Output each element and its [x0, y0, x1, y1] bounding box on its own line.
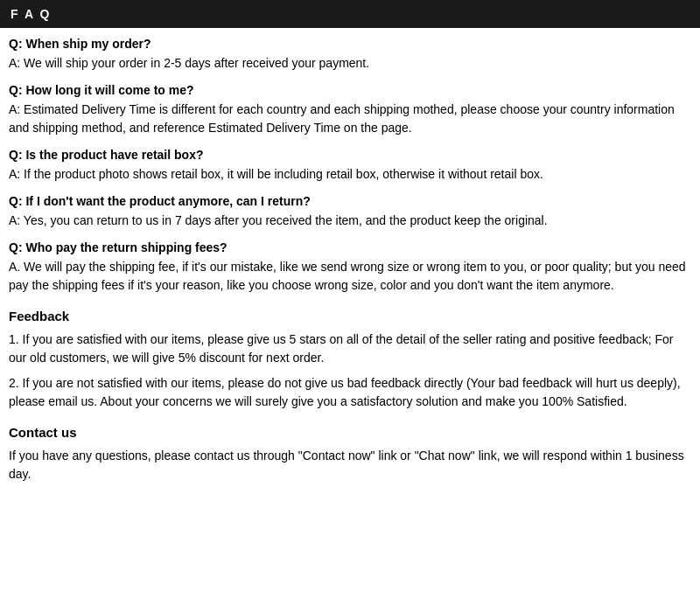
- main-content: Q: When ship my order?A: We will ship yo…: [0, 37, 700, 492]
- answer-4: A. We will pay the shipping fee, if it's…: [9, 258, 691, 295]
- faq-section: Q: When ship my order?A: We will ship yo…: [9, 37, 691, 295]
- contact-section: Contact us If you have any questions, pl…: [9, 425, 691, 483]
- qa-block-3: Q: If I don't want the product anymore, …: [9, 194, 691, 230]
- feedback-section: Feedback 1. If you are satisfied with ou…: [9, 309, 691, 411]
- question-3: Q: If I don't want the product anymore, …: [9, 194, 691, 208]
- qa-block-4: Q: Who pay the return shipping fees?A. W…: [9, 240, 691, 295]
- question-1: Q: How long it will come to me?: [9, 83, 691, 97]
- feedback-items: 1. If you are satisfied with our items, …: [9, 330, 691, 411]
- faq-title: F A Q: [10, 7, 51, 21]
- feedback-item-1: 2. If you are not satisfied with our ite…: [9, 374, 691, 411]
- qa-block-0: Q: When ship my order?A: We will ship yo…: [9, 37, 691, 73]
- answer-0: A: We will ship your order in 2-5 days a…: [9, 54, 691, 73]
- feedback-title: Feedback: [9, 309, 691, 323]
- faq-header-bar: F A Q: [0, 0, 700, 28]
- contact-text: If you have any questions, please contac…: [9, 447, 691, 483]
- question-0: Q: When ship my order?: [9, 37, 691, 51]
- qa-block-1: Q: How long it will come to me?A: Estima…: [9, 83, 691, 137]
- question-4: Q: Who pay the return shipping fees?: [9, 240, 691, 254]
- qa-block-2: Q: Is the product have retail box?A: If …: [9, 148, 691, 184]
- question-2: Q: Is the product have retail box?: [9, 148, 691, 162]
- answer-1: A: Estimated Delivery Time is different …: [9, 101, 691, 137]
- feedback-item-0: 1. If you are satisfied with our items, …: [9, 330, 691, 367]
- contact-title: Contact us: [9, 425, 691, 440]
- answer-2: A: If the product photo shows retail box…: [9, 165, 691, 184]
- answer-3: A: Yes, you can return to us in 7 days a…: [9, 212, 691, 230]
